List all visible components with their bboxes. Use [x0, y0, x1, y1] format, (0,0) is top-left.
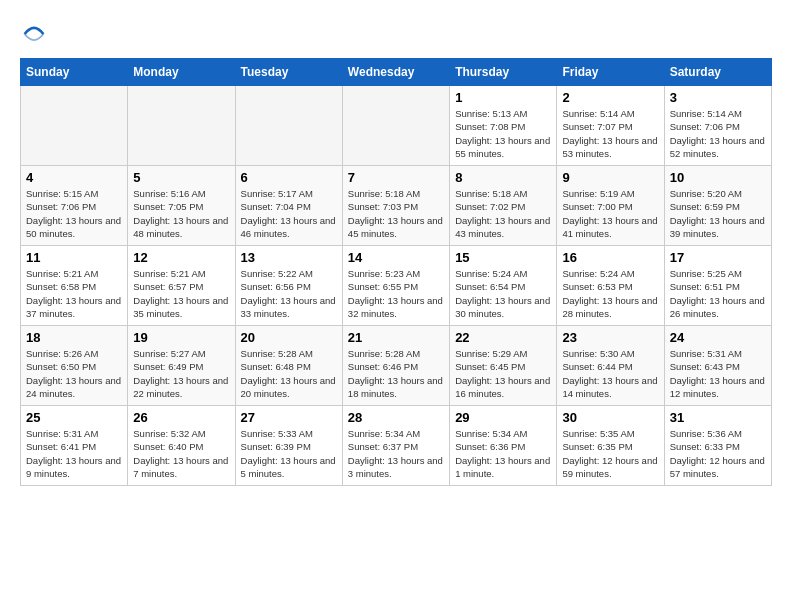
day-number: 6 [241, 170, 337, 185]
day-number: 5 [133, 170, 229, 185]
day-info: Sunrise: 5:34 AM Sunset: 6:36 PM Dayligh… [455, 427, 551, 480]
day-info: Sunrise: 5:14 AM Sunset: 7:07 PM Dayligh… [562, 107, 658, 160]
day-number: 22 [455, 330, 551, 345]
weekday-header-tuesday: Tuesday [235, 59, 342, 86]
calendar-week-2: 4 Sunrise: 5:15 AM Sunset: 7:06 PM Dayli… [21, 166, 772, 246]
calendar-table: SundayMondayTuesdayWednesdayThursdayFrid… [20, 58, 772, 486]
day-info: Sunrise: 5:30 AM Sunset: 6:44 PM Dayligh… [562, 347, 658, 400]
day-number: 24 [670, 330, 766, 345]
weekday-header-row: SundayMondayTuesdayWednesdayThursdayFrid… [21, 59, 772, 86]
calendar-cell: 27 Sunrise: 5:33 AM Sunset: 6:39 PM Dayl… [235, 406, 342, 486]
calendar-cell: 2 Sunrise: 5:14 AM Sunset: 7:07 PM Dayli… [557, 86, 664, 166]
weekday-header-wednesday: Wednesday [342, 59, 449, 86]
day-number: 1 [455, 90, 551, 105]
day-info: Sunrise: 5:34 AM Sunset: 6:37 PM Dayligh… [348, 427, 444, 480]
day-number: 17 [670, 250, 766, 265]
day-number: 9 [562, 170, 658, 185]
calendar-cell: 17 Sunrise: 5:25 AM Sunset: 6:51 PM Dayl… [664, 246, 771, 326]
day-info: Sunrise: 5:26 AM Sunset: 6:50 PM Dayligh… [26, 347, 122, 400]
day-info: Sunrise: 5:17 AM Sunset: 7:04 PM Dayligh… [241, 187, 337, 240]
day-info: Sunrise: 5:15 AM Sunset: 7:06 PM Dayligh… [26, 187, 122, 240]
day-info: Sunrise: 5:23 AM Sunset: 6:55 PM Dayligh… [348, 267, 444, 320]
calendar-cell: 20 Sunrise: 5:28 AM Sunset: 6:48 PM Dayl… [235, 326, 342, 406]
day-number: 2 [562, 90, 658, 105]
day-number: 31 [670, 410, 766, 425]
calendar-cell [128, 86, 235, 166]
day-number: 13 [241, 250, 337, 265]
day-info: Sunrise: 5:28 AM Sunset: 6:48 PM Dayligh… [241, 347, 337, 400]
weekday-header-friday: Friday [557, 59, 664, 86]
calendar-cell: 22 Sunrise: 5:29 AM Sunset: 6:45 PM Dayl… [450, 326, 557, 406]
calendar-cell: 11 Sunrise: 5:21 AM Sunset: 6:58 PM Dayl… [21, 246, 128, 326]
calendar-cell: 31 Sunrise: 5:36 AM Sunset: 6:33 PM Dayl… [664, 406, 771, 486]
calendar-cell: 24 Sunrise: 5:31 AM Sunset: 6:43 PM Dayl… [664, 326, 771, 406]
day-number: 14 [348, 250, 444, 265]
calendar-cell: 13 Sunrise: 5:22 AM Sunset: 6:56 PM Dayl… [235, 246, 342, 326]
day-info: Sunrise: 5:36 AM Sunset: 6:33 PM Dayligh… [670, 427, 766, 480]
day-number: 3 [670, 90, 766, 105]
calendar-cell: 1 Sunrise: 5:13 AM Sunset: 7:08 PM Dayli… [450, 86, 557, 166]
calendar-cell: 9 Sunrise: 5:19 AM Sunset: 7:00 PM Dayli… [557, 166, 664, 246]
calendar-cell: 16 Sunrise: 5:24 AM Sunset: 6:53 PM Dayl… [557, 246, 664, 326]
logo-icon [20, 20, 48, 48]
day-number: 7 [348, 170, 444, 185]
calendar-cell: 28 Sunrise: 5:34 AM Sunset: 6:37 PM Dayl… [342, 406, 449, 486]
day-number: 26 [133, 410, 229, 425]
calendar-cell [342, 86, 449, 166]
day-number: 18 [26, 330, 122, 345]
calendar-cell: 19 Sunrise: 5:27 AM Sunset: 6:49 PM Dayl… [128, 326, 235, 406]
day-number: 8 [455, 170, 551, 185]
calendar-cell [21, 86, 128, 166]
day-number: 27 [241, 410, 337, 425]
day-info: Sunrise: 5:32 AM Sunset: 6:40 PM Dayligh… [133, 427, 229, 480]
calendar-cell: 6 Sunrise: 5:17 AM Sunset: 7:04 PM Dayli… [235, 166, 342, 246]
weekday-header-sunday: Sunday [21, 59, 128, 86]
calendar-cell: 10 Sunrise: 5:20 AM Sunset: 6:59 PM Dayl… [664, 166, 771, 246]
day-number: 16 [562, 250, 658, 265]
day-info: Sunrise: 5:35 AM Sunset: 6:35 PM Dayligh… [562, 427, 658, 480]
calendar-cell: 15 Sunrise: 5:24 AM Sunset: 6:54 PM Dayl… [450, 246, 557, 326]
calendar-cell: 29 Sunrise: 5:34 AM Sunset: 6:36 PM Dayl… [450, 406, 557, 486]
day-info: Sunrise: 5:20 AM Sunset: 6:59 PM Dayligh… [670, 187, 766, 240]
logo [20, 20, 50, 48]
day-number: 20 [241, 330, 337, 345]
day-info: Sunrise: 5:19 AM Sunset: 7:00 PM Dayligh… [562, 187, 658, 240]
day-number: 19 [133, 330, 229, 345]
day-info: Sunrise: 5:27 AM Sunset: 6:49 PM Dayligh… [133, 347, 229, 400]
day-info: Sunrise: 5:24 AM Sunset: 6:54 PM Dayligh… [455, 267, 551, 320]
calendar-cell: 18 Sunrise: 5:26 AM Sunset: 6:50 PM Dayl… [21, 326, 128, 406]
calendar-cell: 25 Sunrise: 5:31 AM Sunset: 6:41 PM Dayl… [21, 406, 128, 486]
day-number: 11 [26, 250, 122, 265]
svg-rect-0 [20, 20, 48, 48]
day-number: 15 [455, 250, 551, 265]
calendar-cell: 21 Sunrise: 5:28 AM Sunset: 6:46 PM Dayl… [342, 326, 449, 406]
calendar-cell: 26 Sunrise: 5:32 AM Sunset: 6:40 PM Dayl… [128, 406, 235, 486]
day-number: 21 [348, 330, 444, 345]
calendar-cell: 8 Sunrise: 5:18 AM Sunset: 7:02 PM Dayli… [450, 166, 557, 246]
day-info: Sunrise: 5:31 AM Sunset: 6:41 PM Dayligh… [26, 427, 122, 480]
day-number: 10 [670, 170, 766, 185]
day-info: Sunrise: 5:21 AM Sunset: 6:57 PM Dayligh… [133, 267, 229, 320]
day-info: Sunrise: 5:24 AM Sunset: 6:53 PM Dayligh… [562, 267, 658, 320]
day-number: 29 [455, 410, 551, 425]
calendar-cell: 23 Sunrise: 5:30 AM Sunset: 6:44 PM Dayl… [557, 326, 664, 406]
weekday-header-saturday: Saturday [664, 59, 771, 86]
day-number: 30 [562, 410, 658, 425]
day-info: Sunrise: 5:33 AM Sunset: 6:39 PM Dayligh… [241, 427, 337, 480]
day-info: Sunrise: 5:18 AM Sunset: 7:03 PM Dayligh… [348, 187, 444, 240]
day-info: Sunrise: 5:29 AM Sunset: 6:45 PM Dayligh… [455, 347, 551, 400]
weekday-header-monday: Monday [128, 59, 235, 86]
day-info: Sunrise: 5:31 AM Sunset: 6:43 PM Dayligh… [670, 347, 766, 400]
calendar-week-5: 25 Sunrise: 5:31 AM Sunset: 6:41 PM Dayl… [21, 406, 772, 486]
calendar-week-4: 18 Sunrise: 5:26 AM Sunset: 6:50 PM Dayl… [21, 326, 772, 406]
day-number: 4 [26, 170, 122, 185]
calendar-cell: 14 Sunrise: 5:23 AM Sunset: 6:55 PM Dayl… [342, 246, 449, 326]
calendar-cell: 4 Sunrise: 5:15 AM Sunset: 7:06 PM Dayli… [21, 166, 128, 246]
day-info: Sunrise: 5:16 AM Sunset: 7:05 PM Dayligh… [133, 187, 229, 240]
day-number: 12 [133, 250, 229, 265]
day-info: Sunrise: 5:18 AM Sunset: 7:02 PM Dayligh… [455, 187, 551, 240]
day-info: Sunrise: 5:13 AM Sunset: 7:08 PM Dayligh… [455, 107, 551, 160]
calendar-cell: 12 Sunrise: 5:21 AM Sunset: 6:57 PM Dayl… [128, 246, 235, 326]
day-info: Sunrise: 5:22 AM Sunset: 6:56 PM Dayligh… [241, 267, 337, 320]
weekday-header-thursday: Thursday [450, 59, 557, 86]
